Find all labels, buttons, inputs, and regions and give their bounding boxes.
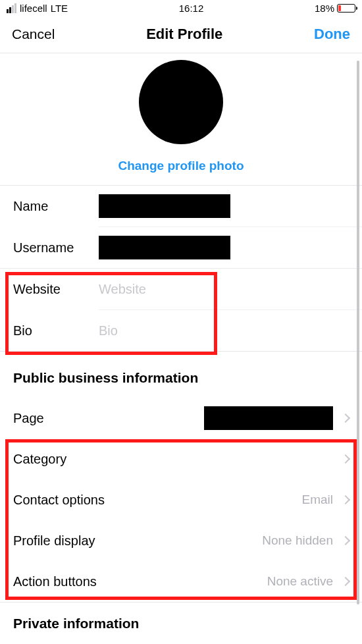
status-time: 16:12: [179, 3, 204, 14]
action-value: None active: [267, 574, 333, 589]
website-label: Website: [13, 282, 99, 297]
chevron-right-icon: [341, 536, 350, 545]
name-label: Name: [13, 199, 99, 214]
chevron-right-icon: [341, 495, 350, 504]
chevron-right-icon: [341, 577, 350, 586]
name-row[interactable]: Name: [0, 186, 362, 227]
website-row[interactable]: Website Website: [0, 269, 362, 309]
avatar-section: Change profile photo: [0, 53, 362, 185]
avatar[interactable]: [139, 60, 223, 144]
nav-bar: Cancel Edit Profile Done: [0, 16, 362, 53]
cancel-button[interactable]: Cancel: [12, 26, 55, 42]
username-label: Username: [13, 240, 99, 255]
website-input[interactable]: Website: [99, 282, 349, 297]
category-label: Category: [13, 452, 342, 467]
action-label: Action buttons: [13, 574, 267, 589]
public-business-header: Public business information: [0, 352, 362, 398]
battery-icon: [337, 4, 355, 13]
signal-icon: [7, 3, 16, 13]
page-label: Page: [13, 411, 204, 426]
private-info-header: Private information: [0, 603, 362, 643]
action-buttons-row[interactable]: Action buttons None active: [0, 561, 362, 602]
carrier-text: lifecell: [20, 3, 47, 14]
change-photo-button[interactable]: Change profile photo: [118, 159, 244, 173]
username-row[interactable]: Username: [0, 227, 362, 268]
scroll-indicator: [357, 61, 359, 604]
bio-row[interactable]: Bio Bio: [0, 310, 362, 351]
username-value-redacted: [99, 236, 230, 259]
bio-input[interactable]: Bio: [99, 323, 349, 338]
chevron-right-icon: [341, 414, 350, 423]
name-value-redacted: [99, 194, 230, 218]
page-value-redacted: [204, 406, 333, 430]
page-row[interactable]: Page: [0, 398, 362, 439]
battery-percent: 18%: [315, 3, 334, 14]
display-label: Profile display: [13, 533, 262, 549]
category-row[interactable]: Category: [0, 439, 362, 479]
display-value: None hidden: [262, 533, 333, 548]
page-title: Edit Profile: [146, 26, 222, 43]
contact-label: Contact options: [13, 493, 301, 508]
done-button[interactable]: Done: [314, 26, 350, 43]
status-bar: lifecell LTE 16:12 18%: [0, 0, 362, 16]
contact-options-row[interactable]: Contact options Email: [0, 479, 362, 520]
chevron-right-icon: [341, 454, 350, 464]
bio-label: Bio: [13, 323, 99, 338]
profile-display-row[interactable]: Profile display None hidden: [0, 520, 362, 561]
network-text: LTE: [51, 3, 68, 14]
contact-value: Email: [301, 493, 333, 507]
